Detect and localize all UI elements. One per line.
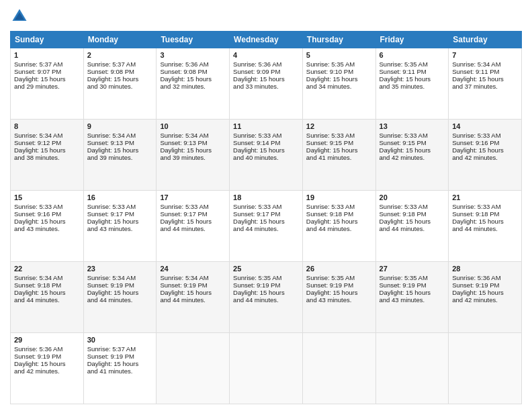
day-info: Daylight: 15 hours xyxy=(87,75,153,83)
day-info: Sunset: 9:09 PM xyxy=(233,68,299,75)
column-header-friday: Friday xyxy=(375,32,449,48)
day-info: Daylight: 15 hours xyxy=(233,75,299,83)
day-number: 8 xyxy=(14,122,80,130)
day-info: and 43 minutes. xyxy=(380,296,445,304)
logo xyxy=(10,7,32,26)
day-info: Daylight: 15 hours xyxy=(160,289,226,296)
calendar-week-2: 8Sunrise: 5:34 AMSunset: 9:12 PMDaylight… xyxy=(11,120,522,191)
calendar-cell: 30Sunrise: 5:37 AMSunset: 9:19 PMDayligh… xyxy=(83,333,157,404)
day-info: and 39 minutes. xyxy=(160,154,226,161)
day-number: 6 xyxy=(380,51,445,59)
day-info: and 44 minutes. xyxy=(452,225,518,232)
calendar-cell xyxy=(302,333,375,404)
day-number: 17 xyxy=(160,193,226,201)
day-info: Sunset: 9:19 PM xyxy=(233,281,299,289)
day-number: 24 xyxy=(160,265,226,273)
day-info: Sunrise: 5:34 AM xyxy=(452,60,518,68)
calendar-cell: 2Sunrise: 5:37 AMSunset: 9:08 PMDaylight… xyxy=(83,48,157,120)
day-info: Daylight: 15 hours xyxy=(14,218,80,225)
calendar-cell xyxy=(230,333,303,404)
calendar-cell: 29Sunrise: 5:36 AMSunset: 9:19 PMDayligh… xyxy=(11,333,84,404)
day-info: Daylight: 15 hours xyxy=(87,360,153,367)
page: SundayMondayTuesdayWednesdayThursdayFrid… xyxy=(0,0,532,411)
calendar-cell: 13Sunrise: 5:33 AMSunset: 9:15 PMDayligh… xyxy=(375,120,449,191)
day-info: Sunrise: 5:37 AM xyxy=(87,60,153,68)
day-info: Sunrise: 5:37 AM xyxy=(87,345,153,353)
day-info: Daylight: 15 hours xyxy=(14,289,80,296)
day-info: and 43 minutes. xyxy=(14,225,80,232)
column-header-wednesday: Wednesday xyxy=(230,32,303,48)
day-info: Sunset: 9:17 PM xyxy=(160,210,226,218)
day-info: Sunrise: 5:34 AM xyxy=(14,274,80,281)
calendar-cell: 28Sunrise: 5:36 AMSunset: 9:19 PMDayligh… xyxy=(449,262,522,333)
calendar-week-5: 29Sunrise: 5:36 AMSunset: 9:19 PMDayligh… xyxy=(11,333,522,404)
day-number: 5 xyxy=(306,51,372,59)
day-info: Daylight: 15 hours xyxy=(160,218,226,225)
calendar-cell: 8Sunrise: 5:34 AMSunset: 9:12 PMDaylight… xyxy=(11,120,84,191)
day-number: 16 xyxy=(87,193,153,201)
day-info: Sunrise: 5:35 AM xyxy=(306,60,372,68)
calendar-cell: 12Sunrise: 5:33 AMSunset: 9:15 PMDayligh… xyxy=(302,120,375,191)
day-info: Sunrise: 5:35 AM xyxy=(380,274,445,281)
day-info: Sunset: 9:19 PM xyxy=(87,353,153,360)
day-info: Sunset: 9:07 PM xyxy=(14,68,80,75)
day-number: 15 xyxy=(14,193,80,201)
day-number: 7 xyxy=(452,51,518,59)
day-info: Sunset: 9:16 PM xyxy=(452,139,518,146)
day-info: Daylight: 15 hours xyxy=(452,218,518,225)
day-info: Sunset: 9:11 PM xyxy=(452,68,518,75)
column-header-saturday: Saturday xyxy=(449,32,522,48)
day-number: 4 xyxy=(233,51,299,59)
day-info: and 43 minutes. xyxy=(306,296,372,304)
calendar-table: SundayMondayTuesdayWednesdayThursdayFrid… xyxy=(10,31,522,404)
day-info: Sunset: 9:16 PM xyxy=(14,210,80,218)
column-header-monday: Monday xyxy=(83,32,157,48)
day-info: Sunrise: 5:33 AM xyxy=(14,203,80,210)
day-info: and 44 minutes. xyxy=(306,225,372,232)
day-number: 25 xyxy=(233,265,299,273)
day-number: 12 xyxy=(306,122,372,130)
day-info: Sunrise: 5:33 AM xyxy=(306,132,372,139)
calendar-week-4: 22Sunrise: 5:34 AMSunset: 9:18 PMDayligh… xyxy=(11,262,522,333)
day-info: Sunset: 9:11 PM xyxy=(380,68,445,75)
calendar-cell: 15Sunrise: 5:33 AMSunset: 9:16 PMDayligh… xyxy=(11,191,84,262)
calendar-cell: 11Sunrise: 5:33 AMSunset: 9:14 PMDayligh… xyxy=(230,120,303,191)
day-info: Sunrise: 5:36 AM xyxy=(452,274,518,281)
calendar-cell: 21Sunrise: 5:33 AMSunset: 9:18 PMDayligh… xyxy=(449,191,522,262)
day-info: Sunset: 9:08 PM xyxy=(160,68,226,75)
day-info: Sunset: 9:12 PM xyxy=(14,139,80,146)
day-info: Sunrise: 5:33 AM xyxy=(233,132,299,139)
day-info: Sunrise: 5:33 AM xyxy=(380,203,445,210)
calendar-cell: 5Sunrise: 5:35 AMSunset: 9:10 PMDaylight… xyxy=(302,48,375,120)
day-info: Sunrise: 5:33 AM xyxy=(380,132,445,139)
day-info: Daylight: 15 hours xyxy=(306,146,372,154)
day-info: Daylight: 15 hours xyxy=(233,289,299,296)
day-info: and 40 minutes. xyxy=(233,154,299,161)
day-info: Sunrise: 5:34 AM xyxy=(87,274,153,281)
day-number: 18 xyxy=(233,193,299,201)
day-info: Sunset: 9:13 PM xyxy=(87,139,153,146)
day-info: and 44 minutes. xyxy=(160,225,226,232)
day-info: Daylight: 15 hours xyxy=(306,75,372,83)
day-info: Daylight: 15 hours xyxy=(380,75,445,83)
day-number: 29 xyxy=(14,336,80,344)
day-info: Sunset: 9:17 PM xyxy=(233,210,299,218)
day-number: 28 xyxy=(452,265,518,273)
calendar-cell: 27Sunrise: 5:35 AMSunset: 9:19 PMDayligh… xyxy=(375,262,449,333)
day-info: Sunrise: 5:34 AM xyxy=(87,132,153,139)
day-info: Sunset: 9:15 PM xyxy=(380,139,445,146)
day-info: Daylight: 15 hours xyxy=(233,146,299,154)
day-info: Sunrise: 5:34 AM xyxy=(14,132,80,139)
calendar-cell: 18Sunrise: 5:33 AMSunset: 9:17 PMDayligh… xyxy=(230,191,303,262)
day-info: Daylight: 15 hours xyxy=(452,289,518,296)
header xyxy=(10,7,522,26)
calendar-cell: 16Sunrise: 5:33 AMSunset: 9:17 PMDayligh… xyxy=(83,191,157,262)
day-number: 26 xyxy=(306,265,372,273)
day-info: and 41 minutes. xyxy=(306,154,372,161)
day-info: and 29 minutes. xyxy=(14,83,80,90)
calendar-cell: 10Sunrise: 5:34 AMSunset: 9:13 PMDayligh… xyxy=(157,120,230,191)
calendar-cell: 25Sunrise: 5:35 AMSunset: 9:19 PMDayligh… xyxy=(230,262,303,333)
day-number: 14 xyxy=(452,122,518,130)
day-info: and 39 minutes. xyxy=(87,154,153,161)
day-info: Daylight: 15 hours xyxy=(306,218,372,225)
